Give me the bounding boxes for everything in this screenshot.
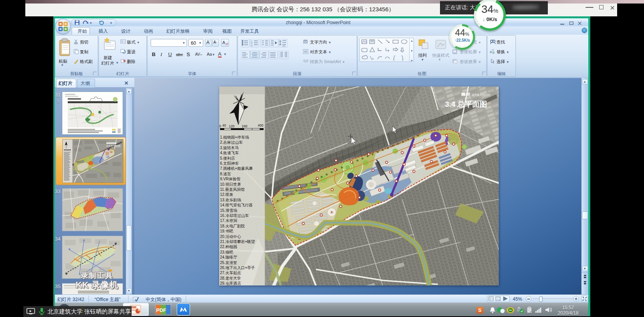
- svg-text:3.4 总平面图: 3.4 总平面图: [106, 144, 121, 147]
- svg-text:29.仓库酒店: 29.仓库酒店: [220, 281, 241, 285]
- svg-text:17.水帘洞: 17.水帘洞: [220, 218, 237, 223]
- svg-text:240: 240: [242, 124, 247, 128]
- svg-text:27.火车起点: 27.火车起点: [220, 271, 241, 275]
- svg-text:14.喷气背包飞行器: 14.喷气背包飞行器: [220, 203, 253, 207]
- svg-text:21.冷却塔攀岩+眺望: 21.冷却塔攀岩+眺望: [220, 240, 255, 244]
- svg-text:26.地下出入口+亭子: 26.地下出入口+亭子: [220, 266, 255, 270]
- svg-text:b: b: [493, 51, 494, 54]
- svg-text:6.太阳神车: 6.太阳神车: [220, 161, 239, 166]
- svg-text:15.滑雪场: 15.滑雪场: [220, 208, 237, 213]
- svg-text:20.活动中心: 20.活动中心: [220, 234, 241, 239]
- svg-text:13.欢乐剧场: 13.欢乐剧场: [220, 198, 241, 202]
- svg-text:23.猫吧: 23.猫吧: [220, 250, 233, 254]
- svg-text:24.咖啡厅: 24.咖啡厅: [220, 255, 237, 259]
- svg-text:a: a: [490, 50, 492, 54]
- svg-text:A: A: [222, 40, 225, 45]
- svg-text:40: 40: [222, 123, 226, 127]
- svg-text:PDF: PDF: [156, 307, 166, 313]
- svg-text:10.明日世界: 10.明日世界: [220, 182, 241, 187]
- svg-text:城市规划设计院: 城市规划设计院: [471, 93, 491, 97]
- svg-text:0: 0: [219, 124, 221, 128]
- svg-text:25.发泄室: 25.发泄室: [220, 261, 237, 265]
- svg-text:4.急速飞车: 4.急速飞车: [220, 151, 239, 155]
- svg-text:22.种植园: 22.种植园: [220, 245, 237, 249]
- svg-text:2.丛林过山车: 2.丛林过山车: [220, 140, 243, 144]
- svg-text:12.喷泉: 12.喷泉: [220, 192, 233, 197]
- svg-text:8.迷宫: 8.迷宫: [220, 172, 231, 176]
- svg-text:120: 120: [229, 124, 234, 128]
- svg-text:400: 400: [258, 123, 263, 127]
- svg-text:3.4 总平面图: 3.4 总平面图: [445, 100, 487, 108]
- svg-text:7.跳楼机+能量风暴: 7.跳楼机+能量风暴: [220, 166, 253, 171]
- svg-text:▾: ▾: [90, 21, 92, 25]
- svg-text:9.VR体验馆: 9.VR体验馆: [220, 177, 240, 181]
- svg-text:11.垂直风洞馆: 11.垂直风洞馆: [220, 187, 245, 192]
- svg-text:1.植物园+停车场: 1.植物园+停车场: [220, 135, 249, 139]
- svg-text:18.火电厂剧院: 18.火电厂剧院: [220, 224, 245, 228]
- svg-text:16.冷却塔过山车: 16.冷却塔过山车: [220, 213, 249, 218]
- svg-text:▾: ▾: [110, 21, 112, 25]
- svg-text:3.旋转木马: 3.旋转木马: [220, 146, 239, 150]
- svg-text:28.老年大学: 28.老年大学: [220, 276, 241, 280]
- svg-text:19.书吧: 19.书吧: [220, 229, 233, 233]
- svg-text:5.便利店: 5.便利店: [220, 156, 235, 160]
